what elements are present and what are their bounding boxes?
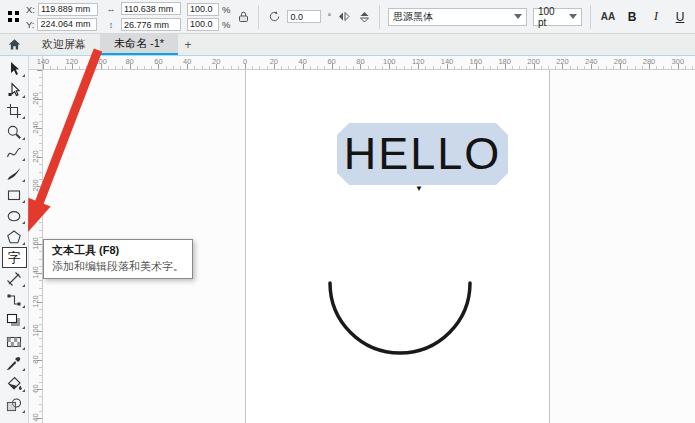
percent-label: %	[222, 19, 230, 30]
connector-tool[interactable]	[2, 289, 27, 310]
h-ruler-number: 240	[585, 57, 598, 66]
interactive-fill-tool[interactable]	[2, 373, 27, 394]
chevron-down-icon	[569, 14, 577, 19]
freehand-tool-icon	[6, 145, 22, 161]
color-eyedropper-tool[interactable]	[2, 352, 27, 373]
rotation-angle-input[interactable]	[287, 10, 321, 23]
v-ruler-number: 180	[31, 205, 40, 225]
smart-fill-tool[interactable]	[2, 394, 27, 415]
object-position-icon	[6, 10, 20, 24]
v-ruler-number: 200	[31, 176, 40, 196]
separator	[379, 5, 380, 29]
v-ruler-number: 240	[31, 118, 40, 138]
transparency-tool[interactable]	[2, 331, 27, 352]
zoom-tool[interactable]	[2, 121, 27, 142]
y-position-input[interactable]	[37, 18, 97, 31]
horizontal-ruler[interactable]: 1401201008060402002040608010012014016018…	[43, 56, 695, 70]
object-height-input[interactable]	[121, 18, 181, 31]
new-tab-button[interactable]: +	[178, 34, 198, 55]
tooltip-title: 文本工具 (F8)	[52, 243, 184, 258]
ellipse-tool[interactable]	[2, 205, 27, 226]
h-ruler-number: 60	[154, 57, 162, 66]
text-tool-tooltip: 文本工具 (F8) 添加和编辑段落和美术字。	[43, 239, 193, 279]
h-ruler-number: 300	[672, 57, 685, 66]
home-button[interactable]	[0, 34, 28, 55]
dimension-tool[interactable]	[2, 268, 27, 289]
shape-tool[interactable]	[2, 79, 27, 100]
h-ruler-number: 80	[356, 57, 364, 66]
vertical-ruler[interactable]: 260240220200180160140120100806040	[29, 70, 43, 423]
h-ruler-number: 120	[412, 57, 425, 66]
h-ruler-number: 220	[556, 57, 569, 66]
drop-shadow-tool[interactable]	[2, 310, 27, 331]
freehand-tool[interactable]	[2, 142, 27, 163]
mirror-horizontal-icon[interactable]	[337, 10, 351, 24]
toolbox: 字	[0, 56, 29, 423]
text-tool[interactable]: 字	[2, 247, 27, 268]
h-ruler-number: 20	[212, 57, 220, 66]
chevron-down-icon	[514, 14, 522, 19]
h-ruler-number: 0	[243, 57, 247, 66]
shape-tool-icon	[6, 82, 22, 98]
mirror-vertical-icon[interactable]	[357, 10, 371, 24]
font-size-value: 100 pt	[538, 6, 565, 28]
h-ruler-number: 200	[527, 57, 540, 66]
h-ruler-number: 100	[383, 57, 396, 66]
artistic-media-tool-icon	[6, 166, 22, 182]
rectangle-tool[interactable]	[2, 184, 27, 205]
polygon-tool-icon	[6, 229, 22, 245]
character-formatting-button[interactable]: AA	[599, 8, 617, 26]
home-icon	[8, 38, 21, 51]
artistic-media-tool[interactable]	[2, 163, 27, 184]
h-ruler-number: 140	[441, 57, 454, 66]
separator	[258, 5, 259, 29]
object-height-icon: ↕	[104, 18, 118, 32]
h-ruler-number: 160	[470, 57, 483, 66]
crop-tool[interactable]	[2, 100, 27, 121]
zoom-tool-icon	[6, 124, 22, 140]
lock-ratio-icon[interactable]	[236, 10, 250, 24]
h-ruler-number: 120	[66, 57, 79, 66]
x-position-input[interactable]	[38, 3, 98, 16]
interactive-fill-tool-icon	[6, 376, 22, 392]
h-ruler-number: 40	[183, 57, 191, 66]
polygon-tool[interactable]	[2, 226, 27, 247]
v-ruler-number: 100	[31, 321, 40, 341]
scale-horizontal-input[interactable]	[187, 3, 219, 16]
connector-tool-icon	[6, 292, 22, 308]
rectangle-tool-icon	[6, 187, 22, 203]
font-size-dropdown[interactable]: 100 pt	[533, 8, 582, 26]
transparency-tool-icon	[6, 334, 22, 350]
dimension-tool-icon	[6, 271, 22, 287]
degree-label: °	[327, 11, 331, 22]
y-label: Y:	[26, 19, 34, 30]
v-ruler-number: 160	[31, 234, 40, 254]
h-ruler-number: 40	[299, 57, 307, 66]
pick-tool-icon	[6, 61, 22, 77]
font-family-dropdown[interactable]: 思源黑体	[388, 8, 527, 26]
h-ruler-number: 20	[270, 57, 278, 66]
v-ruler-number: 140	[31, 263, 40, 283]
bold-button[interactable]: B	[623, 8, 641, 26]
x-label: X:	[26, 4, 35, 15]
v-ruler-number: 120	[31, 292, 40, 312]
v-ruler-number: 40	[31, 408, 40, 423]
scale-vertical-input[interactable]	[187, 18, 219, 31]
italic-button[interactable]: I	[647, 8, 665, 26]
document-tab-bar: 欢迎屏幕 未命名 -1* +	[0, 34, 695, 56]
h-ruler-number: 100	[94, 57, 107, 66]
separator	[590, 5, 591, 29]
h-ruler-number: 60	[327, 57, 335, 66]
tab-welcome-screen[interactable]: 欢迎屏幕	[28, 34, 100, 55]
ellipse-tool-icon	[6, 208, 22, 224]
crop-tool-icon	[6, 103, 22, 119]
font-family-value: 思源黑体	[393, 10, 433, 24]
pick-tool[interactable]	[2, 58, 27, 79]
underline-button[interactable]: U	[671, 8, 689, 26]
h-ruler-number: 80	[125, 57, 133, 66]
tab-document[interactable]: 未命名 -1*	[100, 34, 178, 55]
drop-shadow-tool-icon	[6, 313, 22, 329]
smart-fill-tool-icon	[6, 397, 22, 413]
object-width-input[interactable]	[121, 2, 181, 15]
rotation-icon	[267, 10, 281, 24]
